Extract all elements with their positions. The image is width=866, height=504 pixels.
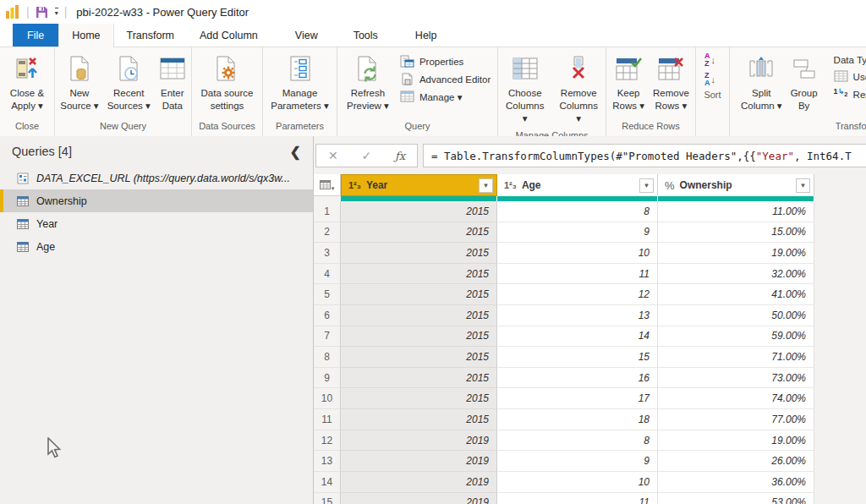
row-number[interactable]: 2 xyxy=(314,222,341,244)
cell-year[interactable]: 2019 xyxy=(341,451,497,472)
split-column-button[interactable]: Split Column ▾ xyxy=(737,50,787,115)
cell-ownership[interactable]: 15.00% xyxy=(658,222,814,244)
cell-ownership[interactable]: 32.00% xyxy=(658,264,814,285)
cell-age[interactable]: 11 xyxy=(497,493,658,504)
choose-columns-button[interactable]: Choose Columns ▾ xyxy=(498,50,552,128)
row-number[interactable]: 7 xyxy=(314,326,341,348)
fx-icon[interactable]: ƒx xyxy=(395,150,405,162)
cell-year[interactable]: 2015 xyxy=(341,264,497,285)
cell-year[interactable]: 2015 xyxy=(341,222,497,244)
manage-parameters-button[interactable]: Manage Parameters ▾ xyxy=(266,50,332,115)
close-and-apply-button[interactable]: Close & Apply ▾ xyxy=(6,50,48,115)
cell-age[interactable]: 11 xyxy=(497,264,658,285)
column-header-year[interactable]: 1²₃ Year ▼ xyxy=(341,174,497,196)
tab-transform[interactable]: Transform xyxy=(114,24,188,47)
cell-year[interactable]: 2015 xyxy=(341,326,497,348)
row-number[interactable]: 6 xyxy=(314,305,341,326)
save-icon[interactable] xyxy=(36,6,48,19)
row-number[interactable]: 14 xyxy=(314,472,341,493)
row-number[interactable]: 1 xyxy=(314,201,341,222)
query-item-ownership[interactable]: Ownership xyxy=(0,189,313,212)
use-first-row-as-headers-button[interactable]: Use First Row as Headers xyxy=(834,70,866,83)
cell-age[interactable]: 8 xyxy=(497,430,658,452)
confirm-formula-icon[interactable]: ✓ xyxy=(361,149,371,162)
tab-help[interactable]: Help xyxy=(403,24,450,47)
new-source-button[interactable]: New Source ▾ xyxy=(56,50,102,115)
cell-year[interactable]: 2019 xyxy=(341,493,497,504)
cell-ownership[interactable]: 11.00% xyxy=(658,201,814,222)
cell-age[interactable]: 12 xyxy=(497,284,658,305)
row-number[interactable]: 5 xyxy=(314,284,341,305)
cell-year[interactable]: 2019 xyxy=(341,472,497,493)
enter-data-button[interactable]: Enter Data xyxy=(155,50,190,115)
row-number[interactable]: 15 xyxy=(314,493,341,504)
row-number[interactable]: 4 xyxy=(314,264,341,285)
cell-ownership[interactable]: 19.00% xyxy=(658,430,814,452)
filter-button[interactable]: ▼ xyxy=(796,178,810,193)
cell-year[interactable]: 2015 xyxy=(341,368,497,389)
cell-ownership[interactable]: 73.00% xyxy=(658,368,814,389)
refresh-preview-button[interactable]: Refresh Preview ▾ xyxy=(343,50,393,115)
row-number[interactable]: 12 xyxy=(314,430,341,452)
cell-ownership[interactable]: 53.00% xyxy=(658,493,814,504)
data-type-button[interactable]: Data Type: xyxy=(834,55,866,65)
cell-age[interactable]: 10 xyxy=(497,243,658,264)
manage-button[interactable]: Manage ▾ xyxy=(400,90,491,103)
cell-age[interactable]: 8 xyxy=(497,201,658,222)
cell-year[interactable]: 2015 xyxy=(341,305,497,326)
tab-home[interactable]: Home xyxy=(58,24,113,47)
cell-year[interactable]: 2019 xyxy=(341,430,497,452)
tab-file[interactable]: File xyxy=(13,24,58,47)
cell-age[interactable]: 15 xyxy=(497,347,658,368)
cell-ownership[interactable]: 50.00% xyxy=(658,305,814,326)
query-item-data-excel-url[interactable]: DATA_EXCEL_URL (https://query.data.world… xyxy=(0,167,313,189)
cell-age[interactable]: 9 xyxy=(497,222,658,244)
tab-view[interactable]: View xyxy=(282,24,331,47)
recent-sources-button[interactable]: Recent Sources ▾ xyxy=(103,50,155,115)
keep-rows-button[interactable]: Keep Rows ▾ xyxy=(608,50,649,115)
cell-year[interactable]: 2015 xyxy=(341,284,497,305)
select-all-corner-button[interactable]: ▾ xyxy=(314,174,341,196)
cell-ownership[interactable]: 74.00% xyxy=(658,388,814,409)
properties-button[interactable]: Properties xyxy=(400,55,491,68)
cell-age[interactable]: 18 xyxy=(497,409,658,430)
replace-values-button[interactable]: 1↳2 Replace Values xyxy=(834,88,866,101)
row-number[interactable]: 3 xyxy=(314,243,341,264)
data-source-settings-button[interactable]: Data source settings xyxy=(196,50,257,115)
row-number[interactable]: 11 xyxy=(314,409,341,430)
column-header-age[interactable]: 1²₃ Age ▼ xyxy=(497,174,658,196)
query-item-age[interactable]: Age xyxy=(0,235,313,258)
cell-ownership[interactable]: 19.00% xyxy=(658,243,814,264)
cell-year[interactable]: 2015 xyxy=(341,201,497,222)
group-by-button[interactable]: Group By xyxy=(787,50,822,115)
cell-year[interactable]: 2015 xyxy=(341,347,497,368)
formula-input[interactable]: = Table.TransformColumnTypes(#"Promoted … xyxy=(423,144,866,167)
cell-ownership[interactable]: 36.00% xyxy=(658,472,814,493)
filter-button[interactable]: ▼ xyxy=(639,178,654,193)
cell-year[interactable]: 2015 xyxy=(341,388,497,409)
cell-ownership[interactable]: 59.00% xyxy=(658,326,814,348)
cell-ownership[interactable]: 71.00% xyxy=(658,347,814,368)
cell-age[interactable]: 9 xyxy=(497,451,658,472)
cell-age[interactable]: 17 xyxy=(497,388,658,409)
collapse-panel-icon[interactable]: ❮ xyxy=(290,144,301,160)
remove-columns-button[interactable]: Remove Columns ▾ xyxy=(552,50,606,128)
cancel-formula-icon[interactable]: ✕ xyxy=(328,149,338,162)
row-number[interactable]: 8 xyxy=(314,347,341,368)
row-number[interactable]: 10 xyxy=(314,388,341,409)
cell-age[interactable]: 13 xyxy=(497,305,658,326)
cell-age[interactable]: 10 xyxy=(497,472,658,493)
row-number[interactable]: 13 xyxy=(314,451,341,472)
sort-ascending-button[interactable]: AZ↓ xyxy=(704,52,721,68)
sort-descending-button[interactable]: ZA↓ xyxy=(704,72,721,87)
cell-year[interactable]: 2015 xyxy=(341,409,497,430)
row-number[interactable]: 9 xyxy=(314,368,341,389)
tab-add-column[interactable]: Add Column xyxy=(187,24,271,47)
remove-rows-button[interactable]: Remove Rows ▾ xyxy=(649,50,693,115)
cell-ownership[interactable]: 77.00% xyxy=(658,409,814,430)
column-header-ownership[interactable]: % Ownership ▼ xyxy=(658,174,814,196)
tab-tools[interactable]: Tools xyxy=(341,24,391,47)
cell-ownership[interactable]: 26.00% xyxy=(658,451,814,472)
quick-access-dropdown-icon[interactable]: ▾ xyxy=(55,8,58,17)
advanced-editor-button[interactable]: Advanced Editor xyxy=(400,73,491,85)
